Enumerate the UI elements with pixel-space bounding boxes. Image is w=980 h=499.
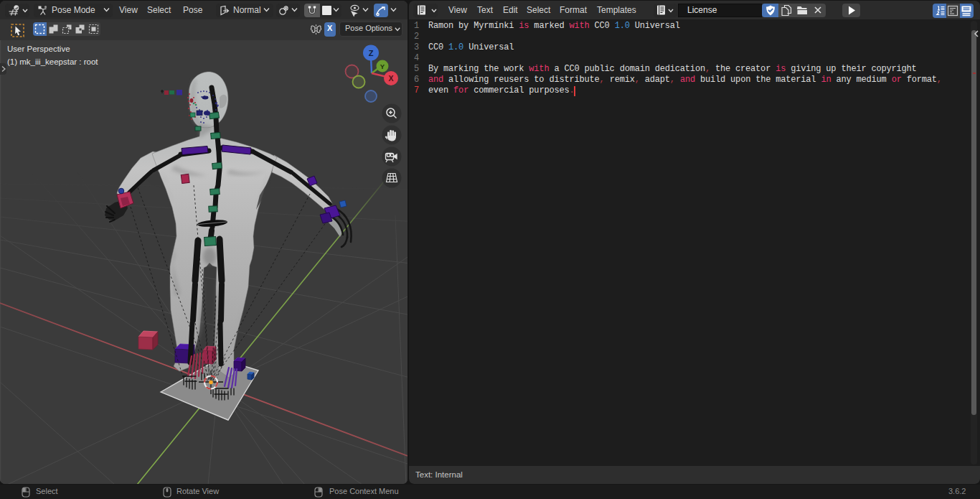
svg-text:X: X — [388, 74, 393, 83]
svg-text:Z: Z — [369, 49, 374, 57]
svg-text:Y: Y — [380, 62, 385, 70]
